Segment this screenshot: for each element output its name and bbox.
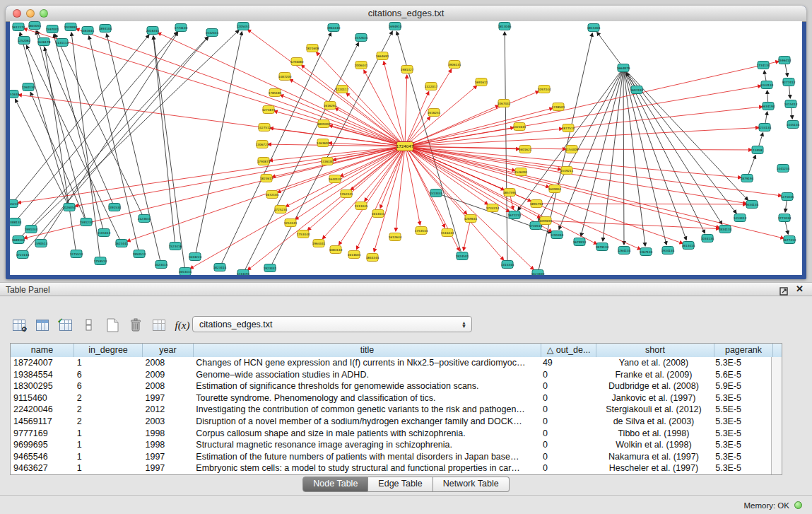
graph-edge[interactable] [295, 146, 405, 220]
cell[interactable]: 2 [74, 404, 143, 416]
cell[interactable]: 49 [540, 357, 595, 369]
graph-edge[interactable] [405, 146, 784, 238]
cell[interactable]: 0 [540, 392, 595, 404]
cell[interactable]: 14569117 [11, 416, 74, 428]
graph-node[interactable]: 1613414 [682, 242, 695, 250]
tab-node-table[interactable]: Node Table [302, 477, 368, 492]
graph-node[interactable]: 1234134 [758, 124, 772, 132]
cell[interactable]: 0 [540, 416, 595, 428]
table-row[interactable]: 2242004622012Investigating the contribut… [11, 404, 771, 416]
graph-node[interactable]: 1546391 [514, 168, 528, 176]
graph-edge[interactable] [220, 33, 331, 267]
graph-node[interactable]: 1523416 [169, 243, 182, 250]
graph-node[interactable]: 1981327 [401, 66, 414, 74]
graph-node[interactable]: 1634194 [762, 103, 775, 110]
cell[interactable]: 5.9E-5 [712, 380, 771, 392]
graph-node[interactable]: 1291344 [551, 231, 564, 239]
graph-edge[interactable] [405, 86, 761, 146]
graph-node[interactable]: 1322017 [425, 83, 438, 90]
graph-edge[interactable] [41, 33, 178, 243]
graph-node[interactable]: 1275513 [70, 250, 83, 258]
graph-node[interactable]: 1640134 [329, 175, 342, 183]
graph-node[interactable]: 1039993 [64, 23, 78, 31]
cell[interactable]: 9465546 [11, 451, 74, 463]
graph-node[interactable]: 1691611 [475, 78, 488, 86]
graph-edge[interactable] [153, 36, 185, 271]
graph-node[interactable]: 9277413 [782, 78, 796, 86]
graph-node[interactable]: 1664691 [376, 52, 389, 60]
cell[interactable]: Stergiakouli et al. (2012) [595, 404, 713, 416]
window-titlebar[interactable]: citations_edges.txt [6, 6, 806, 22]
graph-node[interactable]: 1271873 [262, 106, 276, 114]
graph-node[interactable]: 1679913 [573, 238, 587, 246]
graph-edge[interactable] [464, 218, 471, 250]
column-header-short[interactable]: short [596, 344, 714, 357]
table-vertical-scrollbar[interactable] [771, 357, 782, 474]
graph-node[interactable]: 1753440 [297, 230, 310, 238]
graph-node[interactable]: 2016341 [146, 27, 160, 35]
cell[interactable]: 0 [540, 380, 595, 392]
graph-node[interactable]: 1253441 [284, 219, 298, 227]
cell[interactable]: 0 [540, 439, 595, 451]
graph-node[interactable]: 1879134 [596, 243, 609, 251]
cell[interactable]: 1 [74, 439, 143, 451]
graph-node[interactable]: 1857594 [503, 189, 517, 197]
graph-node[interactable]: 2006441 [355, 62, 368, 69]
cell[interactable]: 18724007 [11, 357, 74, 369]
graph-node[interactable]: 1861234 [10, 200, 19, 208]
graph-node[interactable]: 1723144 [16, 251, 30, 259]
graph-node[interactable]: 1084143 [329, 246, 343, 254]
table-select-dropdown[interactable]: citations_edges.txt ▲▼ [192, 316, 472, 332]
cell[interactable]: 0 [540, 428, 595, 440]
graph-node[interactable]: 1950513 [133, 250, 146, 258]
graph-node[interactable]: 1532441 [206, 29, 219, 37]
graph-node[interactable]: 1834134 [719, 226, 732, 233]
graph-node[interactable]: 1844344 [366, 254, 379, 262]
graph-node[interactable]: 1315344 [501, 261, 514, 269]
graph-node[interactable]: 1906131 [448, 61, 461, 69]
cell[interactable]: 0 [540, 369, 595, 381]
graph-edge[interactable] [396, 146, 405, 231]
graph-edge[interactable] [572, 149, 752, 150]
graph-edge[interactable] [405, 146, 746, 204]
graph-node[interactable]: 1612644 [389, 233, 402, 241]
cell[interactable]: 1 [74, 428, 143, 440]
graph-node[interactable]: 1634224 [189, 253, 202, 261]
graph-node[interactable]: 1294080 [290, 58, 304, 66]
graph-node[interactable]: 1609951 [548, 185, 562, 193]
graph-node[interactable]: 1572634 [355, 34, 368, 42]
graph-edge[interactable] [405, 129, 563, 146]
graph-edge[interactable] [405, 146, 488, 204]
cell[interactable]: Franke et al. (2009) [595, 369, 713, 381]
graph-node[interactable]: 1689104 [12, 236, 25, 244]
delete-table-button[interactable] [150, 316, 168, 334]
cell[interactable]: Dudbridge et al. (2008) [595, 380, 713, 392]
graph-node[interactable]: 1367134 [640, 248, 653, 256]
graph-node[interactable]: 1672104 [266, 191, 279, 199]
graph-edge[interactable] [36, 31, 86, 222]
column-header-pagerank[interactable]: pagerank [714, 344, 773, 357]
graph-node[interactable]: 1771034 [778, 214, 792, 222]
cell[interactable]: Tibbo et al. (1998) [595, 428, 713, 440]
graph-edge[interactable] [623, 68, 666, 245]
column-header-out_de[interactable]: △ out_de... [541, 344, 596, 357]
graph-node[interactable]: 1616261 [324, 102, 337, 110]
cell[interactable]: 2 [74, 392, 143, 404]
cell[interactable]: Tourette syndrome. Phenomenology and cla… [193, 392, 540, 404]
graph-edge[interactable] [623, 68, 624, 245]
cell[interactable]: 0 [540, 404, 595, 416]
graph-node[interactable]: 1427512 [258, 124, 271, 132]
graph-node[interactable]: 1336187 [321, 158, 334, 165]
graph-node[interactable]: 2051634 [10, 90, 20, 98]
graph-edge[interactable] [384, 62, 405, 146]
cell[interactable]: Genome–wide association studies in ADHD. [193, 369, 540, 381]
graph-node[interactable]: 1591234 [80, 218, 93, 226]
column-header-name[interactable]: name [11, 344, 74, 357]
cell[interactable]: Changes of HCN gene expression and I(f) … [193, 357, 540, 369]
cell[interactable]: 1997 [143, 451, 194, 463]
cell[interactable]: Estimation of the future numbers of pati… [193, 451, 540, 463]
graph-node[interactable]: 1513445 [355, 202, 368, 210]
graph-edge[interactable] [546, 221, 719, 229]
graph-node[interactable]: 1461641 [81, 27, 95, 35]
graph-edge[interactable] [405, 75, 407, 146]
